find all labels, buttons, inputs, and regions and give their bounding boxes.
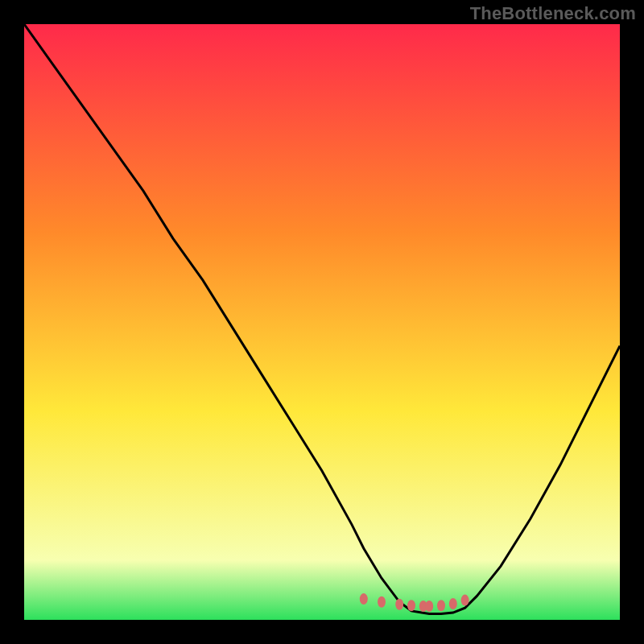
- optimal-marker: [378, 597, 386, 608]
- optimal-marker: [407, 600, 415, 611]
- watermark-text: TheBottleneck.com: [470, 3, 636, 24]
- optimal-marker: [461, 595, 469, 606]
- optimal-marker: [449, 598, 457, 609]
- chart-svg: [24, 24, 620, 620]
- optimal-marker: [437, 600, 445, 611]
- optimal-marker: [360, 593, 368, 605]
- gradient-background: [24, 24, 620, 620]
- chart-frame: TheBottleneck.com: [0, 0, 644, 644]
- plot-area: [24, 24, 620, 620]
- optimal-marker: [395, 599, 403, 610]
- optimal-marker: [425, 601, 433, 612]
